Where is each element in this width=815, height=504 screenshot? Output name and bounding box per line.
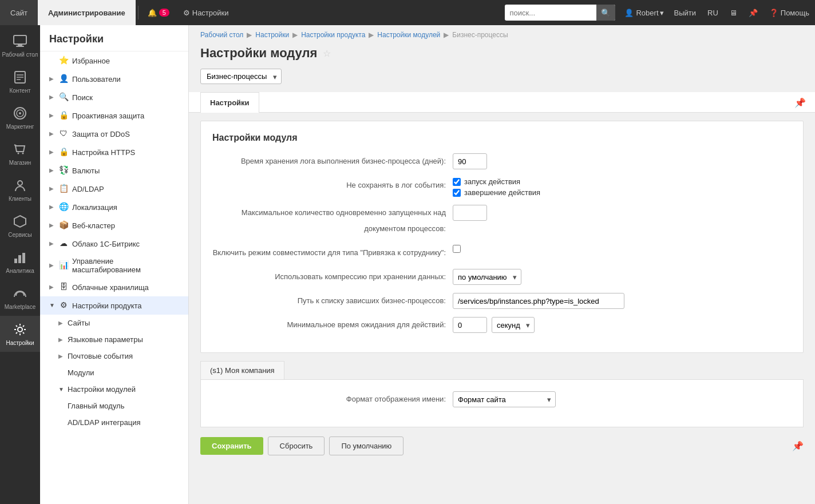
- sidebar-item-search[interactable]: ▶ 🔍 Поиск: [40, 88, 188, 106]
- nav-analytics[interactable]: Аналитика: [0, 244, 40, 280]
- input-path[interactable]: [453, 293, 624, 309]
- user-menu[interactable]: 👤 Robert ▾: [620, 9, 668, 17]
- nav-settings[interactable]: Настройки: [0, 316, 40, 352]
- breadcrumb-current: Бизнес-процессы: [452, 31, 508, 39]
- nav-services[interactable]: Сервисы: [0, 208, 40, 244]
- tab-admin[interactable]: Администрирование: [38, 0, 136, 25]
- breadcrumb-sep4: ▶: [444, 31, 449, 39]
- monitor-icon-btn[interactable]: 🖥: [724, 0, 743, 25]
- input-log-days[interactable]: [453, 153, 487, 169]
- label-compat: Включить режим совместимости для типа "П…: [212, 245, 453, 261]
- breadcrumb-modsettings[interactable]: Настройки модулей: [377, 31, 440, 39]
- section-tab-company[interactable]: (s1) Моя компания: [200, 361, 284, 379]
- control-compat: [453, 245, 461, 253]
- module-select[interactable]: Бизнес-процессы: [200, 69, 282, 84]
- sidebar-item-cloudstorage[interactable]: ▶ 🗄 Облачные хранилища: [40, 278, 188, 296]
- notifications-btn[interactable]: 🔔 5: [141, 0, 176, 25]
- svg-point-18: [18, 327, 22, 332]
- pin-bottom-icon[interactable]: 📌: [792, 440, 804, 451]
- sidebar-item-webcluster[interactable]: ▶ 📦 Веб-кластер: [40, 216, 188, 235]
- nav-marketplace[interactable]: Marketplace: [0, 280, 40, 316]
- form-row-max-processes: Максимальное количество одновременно зап…: [212, 205, 792, 237]
- sidebar-item-product[interactable]: ▼ ⚙ Настройки продукта: [40, 296, 188, 315]
- adldap-icon: 📋: [58, 184, 69, 194]
- search-input[interactable]: [505, 6, 596, 19]
- chevron-right-icon9: ▶: [49, 222, 56, 229]
- nav-clients[interactable]: Клиенты: [0, 172, 40, 208]
- svg-rect-15: [14, 259, 17, 263]
- sidebar-item-currency[interactable]: ▶ 💱 Валюты: [40, 161, 188, 180]
- https-icon: 🔒: [58, 147, 69, 157]
- input-min-wait[interactable]: [453, 317, 487, 333]
- sidebar-item-proactive[interactable]: ▶ 🔒 Проактивная защита: [40, 106, 188, 125]
- sidebar-item-mail[interactable]: ▶ Почтовые события: [40, 348, 188, 364]
- sidebar-item-adldap[interactable]: ▶ 📋 AD/LDAP: [40, 180, 188, 198]
- content-area: Рабочий стол ▶ Настройки ▶ Настройки про…: [189, 25, 815, 504]
- chevron-right-icon6: ▶: [49, 167, 56, 174]
- check-row-finish: завершение действия: [453, 188, 540, 197]
- pin-icon[interactable]: 📌: [794, 97, 806, 108]
- breadcrumb-settings[interactable]: Настройки: [255, 31, 289, 39]
- button-row: Сохранить Сбросить По умолчанию 📌: [189, 427, 815, 465]
- default-button[interactable]: По умолчанию: [329, 436, 403, 455]
- favorite-star-icon[interactable]: ☆: [323, 48, 331, 59]
- search-button[interactable]: 🔍: [596, 5, 615, 21]
- svg-rect-16: [18, 255, 21, 263]
- sidebar-item-scaling[interactable]: ▶ 📊 Управление масштабированием: [40, 253, 188, 278]
- compression-select[interactable]: по умолчанию да нет: [453, 269, 521, 285]
- pin-icon-btn[interactable]: 📌: [743, 0, 763, 25]
- breadcrumb-product[interactable]: Настройки продукта: [301, 31, 365, 39]
- sidebar-item-main[interactable]: Главный модуль: [40, 398, 188, 414]
- label-min-wait: Минимальное время ожидания для действий:: [212, 317, 453, 333]
- cloudstorage-icon: 🗄: [58, 282, 69, 292]
- form-row-compat: Включить режим совместимости для типа "П…: [212, 245, 792, 261]
- label-log-events: Не сохранять в лог события:: [212, 177, 453, 193]
- lang-btn[interactable]: RU: [702, 0, 724, 25]
- main-layout: Рабочий стол Контент Маркетинг Магазин К…: [0, 25, 815, 504]
- chevron-right-icon7: ▶: [49, 185, 56, 192]
- nav-marketing[interactable]: Маркетинг: [0, 100, 40, 136]
- sidebar-item-adldap2[interactable]: AD/LDAP интеграция: [40, 414, 188, 431]
- chevron-right-icon8: ▶: [49, 204, 56, 211]
- nav-shop[interactable]: Магазин: [0, 136, 40, 172]
- settings-nav-btn[interactable]: ⚙ Настройки: [176, 0, 236, 25]
- checkbox-launch[interactable]: [453, 178, 461, 186]
- nav-content[interactable]: Контент: [0, 64, 40, 100]
- help-icon: ❓: [769, 9, 778, 17]
- breadcrumb: Рабочий стол ▶ Настройки ▶ Настройки про…: [189, 25, 815, 42]
- checkbox-finish[interactable]: [453, 189, 461, 197]
- sidebar-item-https[interactable]: ▶ 🔒 Настройка HTTPS: [40, 143, 188, 161]
- sidebar-item-sites[interactable]: ▶ Сайты: [40, 315, 188, 331]
- label-compression: Использовать компрессию при хранении дан…: [212, 269, 453, 285]
- breadcrumb-desktop[interactable]: Рабочий стол: [200, 31, 243, 39]
- module-settings-card: Настройки модуля Время хранения лога вып…: [200, 121, 804, 353]
- checkbox-compat[interactable]: [453, 245, 461, 253]
- sidebar-item-ddos[interactable]: ▶ 🛡 Защита от DDoS: [40, 125, 188, 143]
- save-button[interactable]: Сохранить: [200, 437, 263, 455]
- sidebar-item-locale[interactable]: ▶ 🌐 Локализация: [40, 198, 188, 216]
- desktop-icon: [12, 33, 28, 49]
- chevron-right-icon: ▶: [49, 76, 56, 82]
- nav-desktop[interactable]: Рабочий стол: [0, 27, 40, 64]
- reset-button[interactable]: Сбросить: [268, 436, 325, 455]
- unit-select[interactable]: секунд минут часов: [492, 317, 535, 333]
- svg-point-13: [18, 181, 22, 185]
- sidebar-item-cloud[interactable]: ▶ ☁ Облако 1С-Битрикс: [40, 235, 188, 253]
- settings-icon: [12, 322, 28, 338]
- lock-icon: 🔒: [58, 110, 69, 121]
- sidebar-item-modsettings[interactable]: ▼ Настройки модулей: [40, 381, 188, 398]
- logout-btn[interactable]: Выйти: [668, 0, 702, 25]
- cloud-icon: ☁: [58, 239, 69, 249]
- help-btn[interactable]: ❓ Помощь: [763, 0, 815, 25]
- section-tab-bar: (s1) Моя компания: [200, 361, 804, 380]
- tab-site[interactable]: Сайт: [0, 0, 38, 25]
- name-format-select[interactable]: Формат сайта Имя Фамилия Фамилия Имя: [453, 391, 556, 407]
- tab-settings[interactable]: Настройки: [200, 92, 259, 113]
- input-max-processes[interactable]: [453, 205, 487, 221]
- sidebar-item-lang[interactable]: ▶ Языковые параметры: [40, 331, 188, 348]
- analytics-icon: [12, 249, 28, 265]
- sidebar-item-modules[interactable]: ▶ Модули: [40, 364, 188, 381]
- marketing-icon: [12, 105, 28, 121]
- sidebar-item-users[interactable]: ▶ 👤 Пользователи: [40, 70, 188, 88]
- sidebar-item-favorites[interactable]: ▶ ⭐ Избранное: [40, 51, 188, 70]
